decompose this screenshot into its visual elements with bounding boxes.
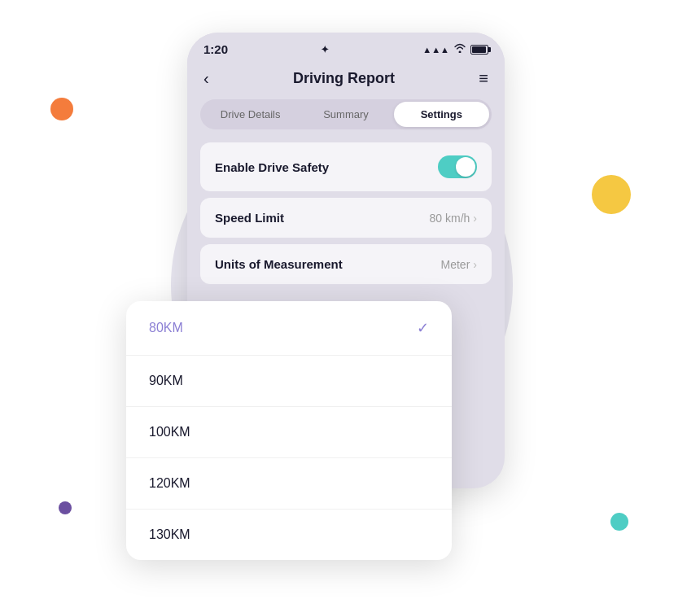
- speed-limit-row[interactable]: Speed Limit 80 km/h ›: [200, 198, 492, 238]
- toggle-knob: [456, 157, 475, 177]
- units-measurement-label: Units of Measurement: [215, 257, 343, 271]
- location-icon: ✦: [321, 44, 330, 55]
- speed-limit-label: Speed Limit: [215, 211, 284, 225]
- status-bar: 1:20 ✦ ▲▲▲: [187, 33, 505, 63]
- signal-icon: ▲▲▲: [422, 45, 449, 55]
- dropdown-item-100km[interactable]: 100KM: [126, 407, 452, 458]
- wifi-icon: [453, 43, 466, 55]
- page-title: Driving Report: [293, 70, 395, 87]
- units-measurement-value: Meter ›: [441, 258, 477, 271]
- status-icons: ▲▲▲: [422, 43, 488, 55]
- settings-content: Enable Drive Safety Speed Limit 80 km/h …: [187, 142, 505, 284]
- enable-drive-safety-toggle[interactable]: [438, 155, 477, 178]
- status-time: 1:20: [203, 42, 228, 56]
- tab-bar: Drive Details Summary Settings: [200, 99, 492, 129]
- tab-drive-details[interactable]: Drive Details: [203, 102, 298, 127]
- dot-orange-icon: [50, 98, 73, 120]
- dropdown-item-130km[interactable]: 130KM: [126, 510, 452, 560]
- menu-button[interactable]: ≡: [479, 69, 488, 88]
- tab-summary[interactable]: Summary: [298, 102, 393, 127]
- speed-limit-value: 80 km/h ›: [430, 212, 477, 225]
- nav-bar: ‹ Driving Report ≡: [187, 63, 505, 99]
- enable-drive-safety-label: Enable Drive Safety: [215, 160, 329, 174]
- enable-drive-safety-row[interactable]: Enable Drive Safety: [200, 142, 492, 191]
- back-button[interactable]: ‹: [203, 69, 209, 88]
- dot-teal-icon: [610, 513, 628, 531]
- check-icon: ✓: [417, 319, 429, 337]
- dropdown-item-80km[interactable]: 80KM ✓: [126, 301, 452, 356]
- dropdown-item-120km[interactable]: 120KM: [126, 458, 452, 510]
- dot-purple-icon: [59, 501, 72, 514]
- speed-limit-dropdown: 80KM ✓ 90KM 100KM 120KM 130KM: [126, 301, 452, 560]
- speed-limit-chevron-icon: ›: [473, 212, 477, 225]
- dot-yellow-icon: [592, 175, 631, 214]
- tab-settings[interactable]: Settings: [394, 102, 489, 127]
- units-measurement-row[interactable]: Units of Measurement Meter ›: [200, 244, 492, 284]
- units-measurement-chevron-icon: ›: [473, 258, 477, 271]
- dropdown-item-90km[interactable]: 90KM: [126, 356, 452, 407]
- battery-icon: [470, 45, 488, 55]
